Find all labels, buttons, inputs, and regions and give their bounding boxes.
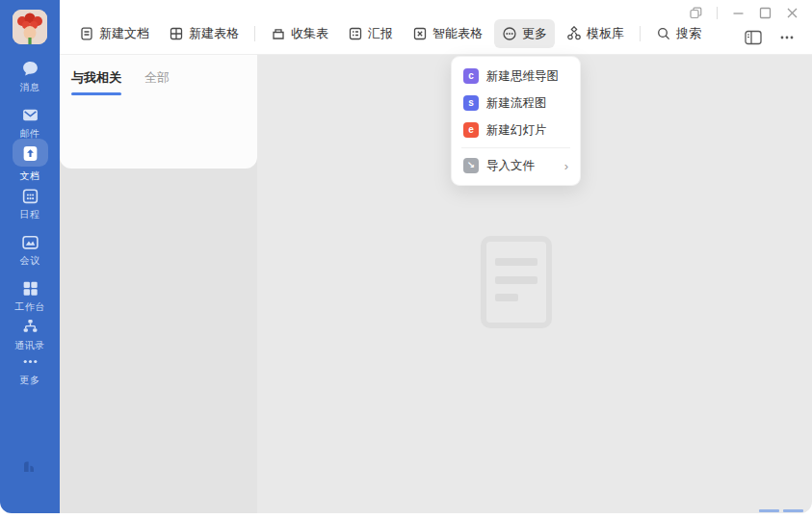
import-file-icon: ↘ (463, 158, 479, 173)
smart-table-icon (412, 26, 428, 41)
menu-item-new-flowchart[interactable]: s 新建流程图 (452, 90, 580, 117)
sidebar-item-label: 消息 (0, 81, 60, 94)
report-button[interactable]: 汇报 (340, 19, 401, 48)
more-circle-icon (502, 26, 517, 41)
sidebar-item-label: 工作台 (0, 300, 60, 314)
minimize-icon[interactable] (732, 7, 745, 19)
menu-item-label: 新建幻灯片 (486, 122, 547, 139)
mail-icon (0, 106, 60, 124)
document-icon (21, 144, 39, 163)
more-button[interactable]: 更多 (494, 19, 555, 48)
sidebar-item-more[interactable]: 更多 (0, 352, 60, 387)
more-dropdown-menu: c 新建思维导图 s 新建流程图 e 新建幻灯片 ↘ 导入文件 › (451, 56, 581, 186)
empty-doc-line (495, 276, 537, 284)
document-list-panel: 与我相关 全部 (60, 55, 257, 513)
sidebar-item-calendar[interactable]: 日程 (0, 187, 60, 221)
toolbar-divider (254, 26, 255, 41)
menu-item-new-mindmap[interactable]: c 新建思维导图 (452, 63, 580, 90)
sidebar-item-mail[interactable]: 邮件 (0, 106, 60, 141)
template-library-button[interactable]: 模板库 (559, 19, 632, 48)
sidebar-item-label: 更多 (0, 374, 60, 387)
window-controls (690, 7, 799, 19)
search-icon (656, 26, 671, 41)
button-label: 更多 (522, 25, 547, 42)
sidebar-item-label: 通讯录 (0, 339, 60, 352)
workbench-grid-icon (0, 279, 60, 298)
sidebar-item-messages[interactable]: 消息 (0, 60, 60, 94)
template-library-icon (566, 26, 582, 41)
empty-state-document-icon (481, 236, 552, 328)
collect-form-button[interactable]: 收集表 (263, 19, 336, 48)
sidebar: 消息 邮件 文档 日程 会议 (0, 0, 60, 513)
titlebar-divider (717, 7, 718, 19)
avatar-photo-flower (13, 10, 47, 44)
menu-item-label: 新建流程图 (486, 95, 547, 112)
button-label: 汇报 (368, 25, 393, 42)
smart-table-button[interactable]: 智能表格 (405, 19, 490, 48)
new-document-icon (79, 26, 94, 41)
calendar-icon (0, 187, 60, 205)
chat-bubble-icon (0, 60, 60, 78)
bottom-edge-artifact (759, 509, 803, 512)
tab-label: 与我相关 (71, 70, 121, 85)
tab-related-to-me[interactable]: 与我相关 (71, 69, 121, 95)
maximize-icon[interactable] (759, 7, 772, 19)
toolbar-divider (640, 26, 641, 41)
button-label: 新建表格 (189, 25, 239, 42)
mini-window-icon[interactable] (690, 7, 702, 19)
empty-doc-line (495, 294, 518, 301)
sidebar-item-docs[interactable]: 文档 (0, 139, 60, 183)
ellipsis-icon (0, 352, 60, 371)
menu-item-import-file[interactable]: ↘ 导入文件 › (452, 152, 580, 179)
active-tab-underline (71, 92, 121, 95)
collect-form-icon (271, 26, 286, 41)
sidebar-item-workbench[interactable]: 工作台 (0, 279, 60, 314)
search-button[interactable]: 搜索 (648, 19, 709, 48)
chevron-right-icon: › (564, 160, 568, 172)
menu-item-label: 新建思维导图 (486, 68, 559, 85)
mindmap-icon: c (463, 68, 479, 84)
empty-doc-line (495, 258, 537, 266)
button-label: 搜索 (676, 25, 701, 42)
button-label: 智能表格 (432, 25, 483, 42)
tab-label: 全部 (144, 70, 170, 85)
contacts-org-icon (0, 318, 60, 336)
flowchart-icon: s (463, 95, 479, 111)
new-sheet-icon (169, 26, 184, 41)
report-icon (348, 26, 363, 41)
new-document-button[interactable]: 新建文档 (71, 19, 157, 48)
menu-item-label: 导入文件 (486, 158, 535, 174)
panel-toggle-icon[interactable] (745, 30, 762, 45)
tab-bar: 与我相关 全部 (71, 69, 257, 95)
sidebar-item-contacts[interactable]: 通讯录 (0, 318, 60, 352)
meeting-icon (0, 233, 60, 251)
menu-item-new-slides[interactable]: e 新建幻灯片 (452, 117, 580, 143)
button-label: 模板库 (587, 25, 624, 42)
slides-icon: e (463, 122, 479, 138)
button-label: 新建文档 (99, 25, 149, 42)
app-window: 消息 邮件 文档 日程 会议 (0, 0, 812, 513)
button-label: 收集表 (291, 25, 328, 42)
desktop-background: 消息 邮件 文档 日程 会议 (0, 0, 812, 519)
overflow-ellipsis-icon[interactable] (779, 30, 795, 45)
content-area: 与我相关 全部 (60, 55, 812, 513)
tab-all[interactable]: 全部 (144, 69, 170, 95)
sidebar-item-label: 文档 (0, 169, 60, 183)
sidebar-item-meeting[interactable]: 会议 (0, 233, 60, 268)
sidebar-item-label: 会议 (0, 254, 60, 268)
user-avatar[interactable] (13, 10, 47, 44)
new-sheet-button[interactable]: 新建表格 (161, 19, 247, 48)
close-icon[interactable] (786, 7, 799, 19)
app-logo-icon[interactable] (0, 456, 60, 474)
sidebar-item-label: 日程 (0, 208, 60, 221)
menu-divider (461, 147, 570, 148)
document-list-card: 与我相关 全部 (60, 55, 257, 169)
